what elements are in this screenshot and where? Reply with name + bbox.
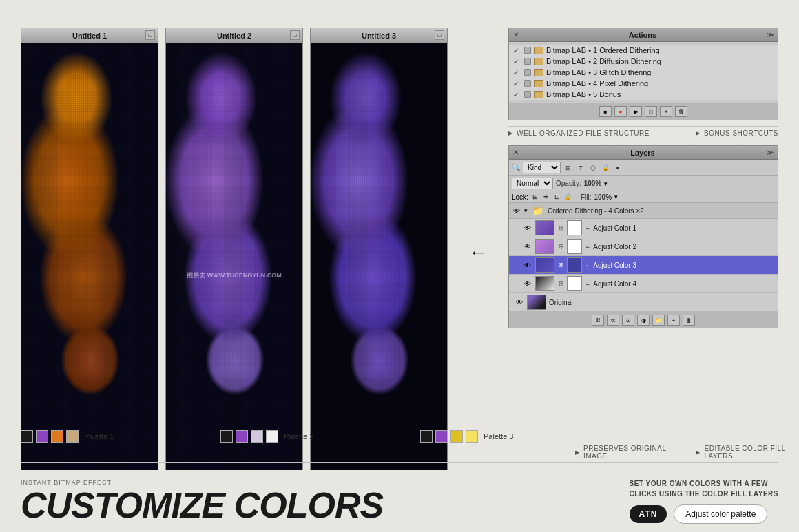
titlebar-1: Untitled 1 □ — [21, 28, 158, 43]
action-item-3[interactable]: ✓ Bitmap LAB • 3 Glitch Dithering — [509, 67, 778, 78]
close-btn-3[interactable]: □ — [435, 30, 444, 40]
layers-expand-icon[interactable]: ≫ — [767, 149, 774, 156]
layers-close-icon[interactable]: ✕ — [513, 149, 519, 156]
actions-new-btn[interactable]: + — [660, 106, 672, 117]
layer-icon-shape[interactable]: ⬡ — [588, 163, 598, 173]
palette-label-3: Palette 3 — [484, 432, 513, 440]
layers-group-btn[interactable]: 📁 — [652, 315, 665, 326]
layer-mask-3 — [567, 257, 582, 273]
action-item-2[interactable]: ✓ Bitmap LAB • 2 Diffusion Dithering — [509, 56, 778, 67]
action-item-4[interactable]: ✓ Bitmap LAB • 4 Pixel Dithering — [509, 78, 778, 89]
palette-group-2: Palette 2 — [220, 430, 358, 443]
action-color-icon-5 — [524, 91, 531, 98]
window-title-3: Untitled 3 — [362, 32, 396, 40]
action-color-icon-4 — [524, 80, 531, 87]
canvas-window-1: Untitled 1 □ ◁ ▷ — [21, 28, 158, 518]
group-triangle-icon[interactable]: ▾ — [524, 207, 528, 214]
layers-fx-btn[interactable]: fx — [607, 315, 619, 326]
action-item-5[interactable]: ✓ Bitmap LAB • 5 Bonus — [509, 89, 778, 100]
layer-eye-4[interactable]: 👁 — [523, 280, 532, 288]
layer-name-original: Original — [549, 299, 775, 306]
atn-badge: ATN — [630, 505, 667, 523]
layers-delete-btn[interactable]: 🗑 — [683, 315, 695, 326]
layer-item-1[interactable]: 👁 ⛓ ← Adjust Color 1 — [509, 219, 778, 237]
actions-close-icon[interactable]: ✕ — [513, 31, 519, 39]
actions-play-btn[interactable]: ▶ — [630, 106, 642, 117]
close-btn-2[interactable]: □ — [290, 30, 300, 40]
swatch-2-4 — [266, 430, 278, 443]
canvases-section: Untitled 1 □ ◁ ▷ Untitled 2 □ 图层去 WWW.TU… — [21, 28, 448, 518]
lock-move-icon[interactable]: ✛ — [542, 193, 550, 201]
layer-eye-2[interactable]: 👁 — [523, 243, 532, 251]
actions-expand-icon[interactable]: ≫ — [767, 31, 774, 39]
opacity-value: 100% — [584, 180, 602, 187]
layers-kind-select[interactable]: Kind — [523, 162, 561, 173]
swatch-2-3 — [251, 430, 263, 443]
info-text-4: EDITABLE COLOR FILL LAYERS — [704, 445, 799, 460]
swatch-3-3 — [450, 430, 463, 443]
canvas-window-3: Untitled 3 □ ◁ ▷ — [310, 28, 448, 518]
layers-link-btn[interactable]: ⛓ — [592, 315, 604, 326]
action-folder-icon-4 — [534, 80, 543, 87]
info-text-1: WELL-ORGANIZED FILE STRUCTURE — [517, 129, 650, 137]
cta-right: SET YOUR OWN COLORS WITH A FEWCLICKS USI… — [630, 478, 778, 524]
layer-mask-2 — [567, 239, 582, 254]
layers-panel: ✕ Layers ≫ 🔍 Kind ⊞ T ⬡ 🔒 ● Normal — [508, 145, 778, 328]
lock-label: Lock: — [512, 193, 528, 201]
triangle-icon-2: ▶ — [696, 130, 700, 136]
action-name-3: Bitmap LAB • 3 Glitch Dithering — [546, 68, 651, 76]
fill-dropdown-icon[interactable]: ▾ — [614, 193, 618, 200]
layers-adjust-btn[interactable]: ◑ — [637, 315, 650, 326]
action-check-4: ✓ — [513, 80, 521, 87]
actions-record-btn[interactable]: ● — [614, 106, 627, 117]
lock-all-icon[interactable]: 🔒 — [564, 193, 572, 201]
layer-icon-smart[interactable]: 🔒 — [601, 163, 610, 173]
layer-eye-original[interactable]: 👁 — [515, 299, 524, 306]
action-folder-icon-5 — [534, 91, 543, 98]
action-check-5: ✓ — [513, 91, 521, 98]
layers-footer: ⛓ fx ⊡ ◑ 📁 + 🗑 — [509, 312, 778, 328]
lock-checkerboard-icon[interactable]: ⊞ — [531, 193, 539, 201]
layer-thumb-1 — [535, 220, 554, 235]
cta-section: INSTANT BITMAP EFFECT CUSTOMIZE COLORS S… — [0, 470, 799, 532]
layer-item-3[interactable]: 👁 ⛓ ← Adjust Color 3 — [509, 256, 778, 275]
layers-new-btn[interactable]: + — [667, 315, 680, 326]
actions-stop-btn[interactable]: ■ — [599, 106, 612, 117]
fill-label: Fill: — [581, 193, 592, 201]
layer-icon-text[interactable]: T — [576, 163, 585, 173]
actions-panel-body: ✓ Bitmap LAB • 1 Ordered Dithering ✓ Bit… — [509, 42, 778, 103]
action-name-5: Bitmap LAB • 5 Bonus — [546, 90, 621, 98]
window-title-2: Untitled 2 — [217, 32, 251, 40]
close-btn-1[interactable]: □ — [145, 30, 155, 40]
layer-icon-fx[interactable]: ● — [613, 163, 623, 173]
info-text-2: BONUS SHORTCUTS — [704, 129, 778, 137]
layers-search-bar: 🔍 Kind ⊞ T ⬡ 🔒 ● — [509, 160, 778, 176]
opacity-label: Opacity: — [556, 180, 581, 187]
adjust-color-palette-button[interactable]: Adjust color palette — [674, 504, 767, 524]
canvas-window-2: Untitled 2 □ 图层去 WWW.TUCENGYUN.COM ◁ ▷ — [165, 28, 303, 518]
cta-left: INSTANT BITMAP EFFECT CUSTOMIZE COLORS — [21, 479, 383, 523]
actions-delete-btn[interactable]: 🗑 — [675, 106, 687, 117]
lock-artboard-icon[interactable]: ⊡ — [553, 193, 561, 201]
swatch-1-1 — [21, 430, 33, 443]
palette-label-2: Palette 2 — [284, 432, 313, 440]
layers-mask-btn[interactable]: ⊡ — [622, 315, 634, 326]
opacity-dropdown-icon[interactable]: ▾ — [604, 180, 608, 187]
layer-group-header[interactable]: 👁 ▾ 📁 Ordered Dithering - 4 Colors ×2 — [509, 203, 778, 219]
palette-label-1: Palette 1 — [84, 432, 114, 440]
layer-item-original[interactable]: 👁 Original — [509, 293, 778, 312]
layer-thumb-3 — [535, 257, 554, 273]
layer-item-4[interactable]: 👁 ⛓ ← Adjust Color 4 — [509, 275, 778, 293]
layer-eye-3[interactable]: 👁 — [523, 262, 532, 269]
info-item-editable: ▶ EDITABLE COLOR FILL LAYERS — [696, 445, 799, 460]
layer-item-2[interactable]: 👁 ⛓ ← Adjust Color 2 — [509, 237, 778, 256]
action-folder-icon-2 — [534, 58, 543, 65]
layer-eye-1[interactable]: 👁 — [523, 224, 532, 232]
layer-icon-pixel[interactable]: ⊞ — [563, 163, 573, 173]
group-eye-icon[interactable]: 👁 — [512, 207, 521, 215]
actions-new-set-btn[interactable]: □ — [645, 106, 657, 117]
layers-blend-select[interactable]: Normal — [512, 178, 553, 189]
action-item-1[interactable]: ✓ Bitmap LAB • 1 Ordered Dithering — [509, 45, 778, 56]
layer-mask-4 — [567, 276, 582, 291]
chain-icon-4: ⛓ — [558, 281, 563, 287]
